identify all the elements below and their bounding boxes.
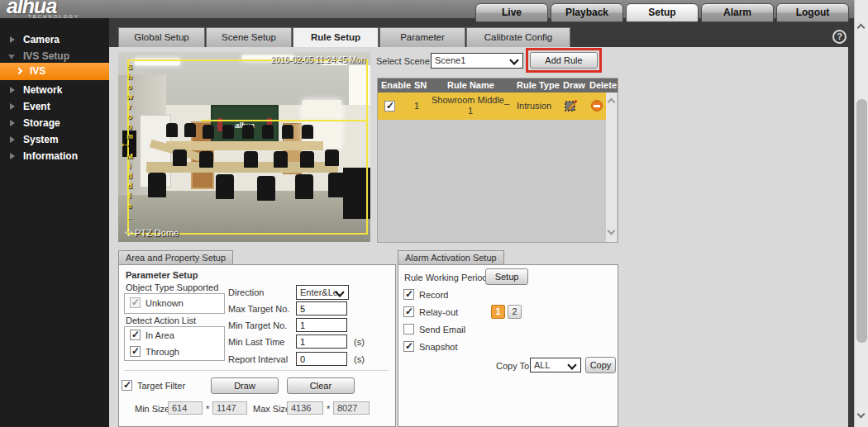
target-filter-label: Target Filter (137, 381, 185, 391)
nav-logout-button[interactable]: Logout (776, 3, 849, 22)
max-size-width-input[interactable] (287, 401, 323, 415)
draw-rule-icon[interactable] (565, 99, 578, 112)
rule-region-overlay[interactable] (127, 59, 368, 235)
max-size-height-input[interactable] (333, 401, 370, 415)
rules-table-header: Enable SN Rule Name Rule Type Draw Delet… (378, 78, 618, 93)
sidebar-item-camera[interactable]: Camera (0, 31, 109, 48)
table-row[interactable]: 1 Showroom Middle_ 1 Intrusion (378, 93, 607, 120)
scene-select[interactable]: Scene1 (431, 53, 523, 69)
min-size-label: Min Size (135, 404, 169, 414)
detect-action-label: Detect Action List (126, 316, 196, 325)
sidebar-item-storage[interactable]: Storage (0, 115, 109, 131)
table-scroll-up-icon[interactable] (608, 98, 616, 107)
relay-channel-1-button[interactable]: 1 (491, 305, 505, 319)
tab-scene-setup[interactable]: Scene Setup (206, 27, 292, 47)
delete-rule-icon[interactable] (591, 100, 603, 111)
send-email-label: Send Email (419, 325, 465, 334)
direction-select[interactable]: Enter&Le (296, 285, 349, 300)
target-filter-checkbox[interactable] (122, 380, 132, 391)
relay-out-label: Relay-out (419, 307, 458, 317)
draw-button[interactable]: Draw (211, 377, 279, 394)
sidebar-item-event[interactable]: Event (0, 98, 109, 115)
rule-enable-checkbox[interactable] (384, 101, 395, 111)
clear-button[interactable]: Clear (287, 377, 355, 394)
dahua-web-ui: alhua TECHNOLOGY Live Playback Setup Ala… (0, 0, 868, 427)
channel-name-osd: PTZ Dome (125, 228, 179, 238)
add-rule-button[interactable]: Add Rule (530, 52, 598, 69)
times-symbol: * (327, 404, 330, 414)
relay-out-checkbox[interactable] (403, 306, 414, 317)
table-scrollbar[interactable] (606, 93, 617, 242)
chevron-right-icon (16, 68, 22, 74)
scroll-thumb[interactable] (856, 99, 867, 343)
camera-preview[interactable]: alhua (118, 52, 370, 242)
rule-sn: 1 (414, 101, 419, 111)
collapsed-arrow-icon (10, 87, 15, 93)
alarm-setup-tab: Alarm Activation Setup (398, 250, 504, 264)
max-size-label: Max Size (253, 404, 290, 414)
sidebar-item-information[interactable]: Information (0, 148, 109, 164)
record-checkbox[interactable] (403, 289, 414, 300)
in-area-label: In Area (145, 330, 174, 340)
scroll-up-icon[interactable] (857, 24, 866, 32)
report-interval-input[interactable] (296, 352, 347, 366)
min-size-width-input[interactable] (168, 401, 203, 415)
rule-name: Showroom Middle_ 1 (429, 95, 512, 116)
rules-table: Enable SN Rule Name Rule Type Draw Delet… (377, 78, 618, 243)
rule-type: Intrusion (517, 101, 551, 111)
nav-setup-button[interactable]: Setup (626, 3, 699, 22)
through-checkbox[interactable] (130, 346, 141, 357)
object-type-label: Object Type Supported (126, 282, 218, 292)
expanded-arrow-icon (8, 55, 15, 59)
copy-to-select[interactable]: ALL (530, 358, 581, 372)
in-area-checkbox[interactable] (130, 330, 141, 340)
min-target-label: Min Target No. (228, 320, 287, 330)
min-last-time-input[interactable] (296, 334, 347, 349)
min-size-height-input[interactable] (212, 401, 247, 415)
send-email-checkbox[interactable] (403, 324, 414, 334)
object-type-unknown-checkbox[interactable] (130, 297, 141, 308)
area-setup-tab: Area and Property Setup (118, 250, 233, 264)
scroll-down-icon[interactable] (857, 410, 866, 419)
max-target-label: Max Target No. (228, 304, 289, 314)
video-timestamp: 2016-02-05 11:24:45 Mon (271, 55, 365, 64)
object-type-unknown-label: Unknown (145, 298, 184, 308)
relay-channel-2-button[interactable]: 2 (508, 305, 522, 319)
select-scene-label: Select Scene (376, 56, 430, 66)
sidebar-item-ivs[interactable]: IVS (0, 63, 109, 80)
min-target-input[interactable] (296, 318, 347, 332)
nav-live-button[interactable]: Live (475, 3, 548, 22)
parameter-setup-title: Parameter Setup (126, 270, 198, 280)
tab-calibrate-config[interactable]: Calibrate Config (466, 27, 570, 47)
table-scroll-down-icon[interactable] (608, 227, 616, 235)
tab-global-setup[interactable]: Global Setup (118, 27, 205, 47)
snapshot-label: Snapshot (419, 342, 457, 352)
ptz-icon (125, 229, 132, 236)
divider (124, 370, 389, 371)
sidebar-item-ivs-setup[interactable]: IVS Setup (0, 48, 109, 64)
max-target-input[interactable] (296, 301, 347, 316)
sidebar-item-network[interactable]: Network (0, 82, 109, 98)
through-label: Through (145, 347, 179, 357)
direction-label: Direction (228, 287, 264, 297)
nav-playback-button[interactable]: Playback (551, 3, 623, 22)
nav-alarm-button[interactable]: Alarm (701, 3, 774, 22)
report-interval-label: Report Interval (228, 354, 288, 364)
tab-parameter[interactable]: Parameter (379, 27, 465, 47)
sidebar: Camera IVS Setup IVS Network Event Stora… (0, 18, 109, 427)
min-last-time-label: Min Last Time (228, 337, 284, 347)
sidebar-item-system[interactable]: System (0, 131, 109, 148)
record-label: Record (419, 290, 448, 300)
page-scrollbar[interactable] (854, 0, 868, 427)
dahua-logo: alhua TECHNOLOGY (7, 0, 56, 18)
min-last-time-unit: (s) (354, 337, 365, 347)
collapsed-arrow-icon (10, 153, 15, 159)
collapsed-arrow-icon (10, 136, 15, 143)
working-period-setup-button[interactable]: Setup (485, 268, 528, 285)
help-icon[interactable]: ? (832, 30, 847, 44)
copy-to-label: Copy To (496, 361, 529, 371)
snapshot-checkbox[interactable] (403, 341, 414, 352)
collapsed-arrow-icon (10, 36, 15, 43)
copy-button[interactable]: Copy (585, 357, 616, 373)
tab-rule-setup[interactable]: Rule Setup (293, 27, 379, 47)
